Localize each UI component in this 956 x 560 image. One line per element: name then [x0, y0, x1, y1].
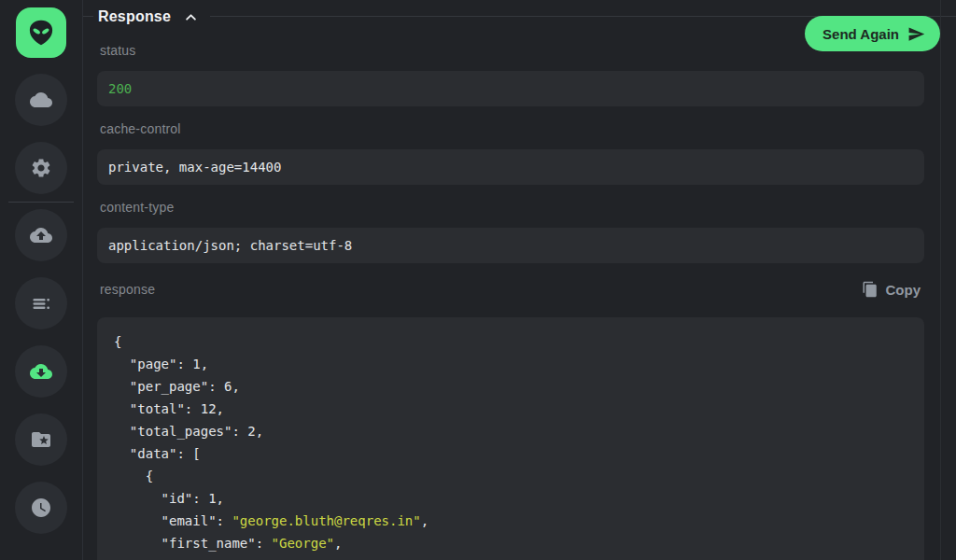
response-json-viewer[interactable]: { "page": 1, "per_page": 6, "total": 12,… [97, 317, 924, 560]
sidebar-item-cloud-upload[interactable] [15, 209, 67, 261]
sidebar-item-saved-folder[interactable] [15, 413, 67, 466]
sidebar-item-cloud-download[interactable] [15, 345, 67, 398]
sidebar-nav-bottom [15, 198, 67, 534]
sidebar-item-settings[interactable] [15, 142, 67, 194]
response-json-text: { "page": 1, "per_page": 6, "total": 12,… [114, 330, 907, 554]
send-icon [907, 25, 925, 43]
field-value[interactable]: private, max-age=14400 [97, 149, 924, 185]
page-title: Response [98, 8, 171, 25]
field-value[interactable]: 200 [97, 71, 924, 106]
scrollbar-track-line [940, 0, 941, 560]
response-section-header[interactable]: Response [93, 7, 210, 27]
history-clock-icon [30, 497, 52, 519]
cloud-download-icon [30, 360, 52, 383]
field-value[interactable]: application/json; charset=utf-8 [97, 228, 924, 263]
field-content-type: content-typeapplication/json; charset=ut… [97, 200, 924, 263]
field-cache-control: cache-controlprivate, max-age=14400 [97, 121, 924, 185]
chevron-up-icon[interactable] [184, 10, 198, 24]
list-icon [30, 292, 52, 315]
field-status: status200 [97, 43, 924, 106]
response-body-row: response Copy [97, 278, 924, 301]
field-label: content-type [100, 200, 924, 216]
sidebar-item-history[interactable] [15, 482, 67, 534]
folder-star-icon [30, 428, 52, 451]
sidebar-nav-top [15, 58, 67, 194]
alien-icon [26, 18, 56, 48]
response-panel: Response Send Again status200cache-contr… [83, 0, 956, 560]
field-label: status [100, 43, 924, 59]
header-fields: status200cache-controlprivate, max-age=1… [97, 43, 924, 263]
cloud-upload-icon [30, 224, 52, 246]
settings-gear-icon [30, 157, 52, 179]
app-logo[interactable] [16, 7, 66, 58]
copy-button[interactable]: Copy [862, 281, 925, 298]
copy-label: Copy [886, 282, 921, 298]
response-content: status200cache-controlprivate, max-age=1… [97, 43, 924, 560]
response-body-label: response [100, 282, 155, 298]
sidebar-item-cloud[interactable] [15, 74, 67, 126]
send-again-label: Send Again [822, 26, 899, 42]
sidebar [0, 0, 83, 560]
sidebar-item-list[interactable] [15, 277, 67, 329]
copy-icon [862, 281, 879, 298]
cloud-icon [30, 89, 52, 111]
field-label: cache-control [100, 121, 924, 137]
